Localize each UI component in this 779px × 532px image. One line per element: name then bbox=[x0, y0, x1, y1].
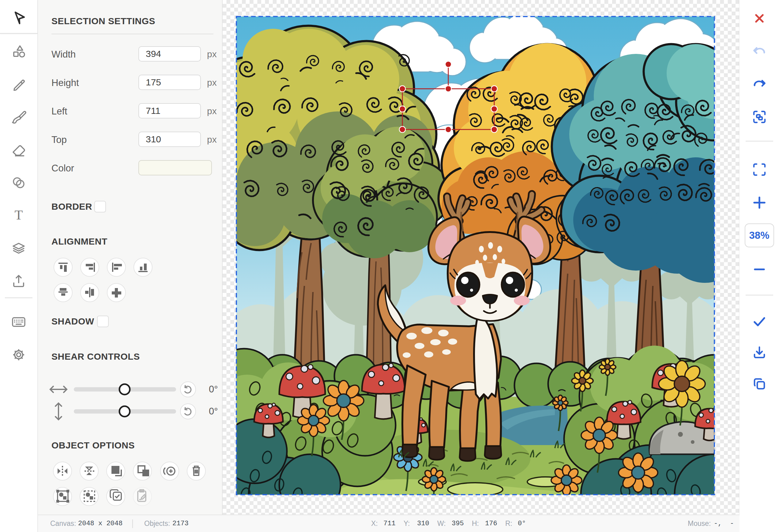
svg-text:0°: 0° bbox=[209, 384, 218, 395]
svg-text:0°: 0° bbox=[209, 406, 218, 417]
svg-text:T: T bbox=[15, 207, 23, 222]
